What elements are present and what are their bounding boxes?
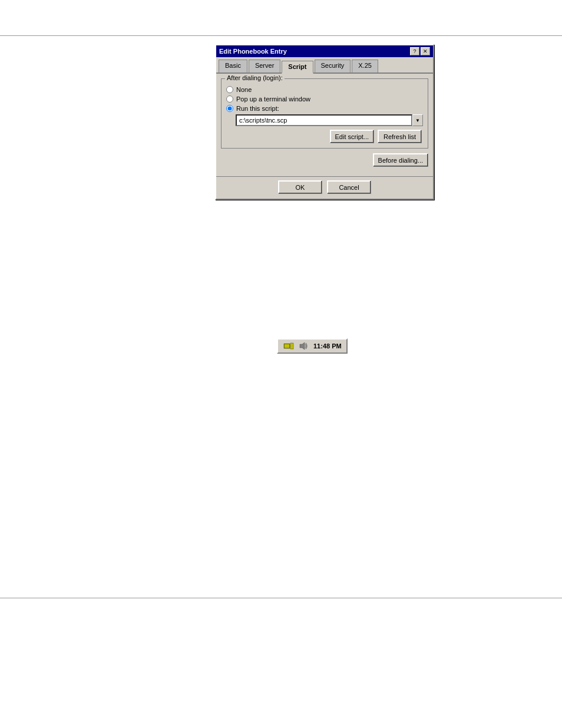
radio-row-none: None [226,86,423,93]
tab-security-label: Security [321,62,345,69]
tab-basic[interactable]: Basic [219,60,247,73]
svg-marker-3 [300,342,305,350]
svg-rect-1 [285,344,289,348]
group-box-legend: After dialing (login): [225,74,285,81]
radio-row-script: Run this script: [226,105,423,112]
help-button[interactable]: ? [410,47,419,55]
before-dialing-button[interactable]: Before dialing... [373,153,428,167]
tab-script[interactable]: Script [282,61,313,74]
tab-x25[interactable]: X.25 [352,60,378,73]
tab-x25-label: X.25 [358,62,372,69]
tab-script-label: Script [288,63,306,70]
network-tray-icon [283,341,295,351]
network-icon-svg [283,342,294,350]
before-dialing-row: Before dialing... [221,153,428,167]
script-input[interactable] [236,114,412,126]
edit-script-button[interactable]: Edit script... [330,130,374,143]
speaker-icon-svg [299,342,309,350]
radio-row-terminal: Pop up a terminal window [226,95,423,103]
taskbar-notification-area: 11:48 PM [277,338,348,354]
ok-button[interactable]: OK [278,180,322,194]
dialog-title-bar: Edit Phonebook Entry ? ✕ [216,45,433,57]
tab-security[interactable]: Security [315,60,351,73]
radio-terminal[interactable] [226,95,233,103]
bottom-divider-line [0,598,562,598]
after-dialing-group: After dialing (login): None Pop up a ter… [221,78,428,149]
dialog-content: After dialing (login): None Pop up a ter… [216,74,433,176]
group-box-inner: None Pop up a terminal window Run this s… [226,86,423,143]
dialog-footer: OK Cancel [216,176,433,199]
radio-none-label: None [236,86,252,93]
cancel-button[interactable]: Cancel [327,180,371,194]
tab-server[interactable]: Server [249,60,280,73]
top-divider-line [0,35,562,36]
speaker-tray-icon [298,341,310,351]
svg-rect-2 [290,343,293,349]
close-button[interactable]: ✕ [421,47,430,55]
tab-server-label: Server [255,62,274,69]
tab-basic-label: Basic [225,62,241,69]
dialog-title: Edit Phonebook Entry [219,48,287,55]
tab-bar: Basic Server Script Security X.25 [216,57,433,74]
radio-script-label: Run this script: [236,105,279,112]
script-dropdown-arrow[interactable]: ▼ [412,114,423,126]
script-buttons-row: Edit script... Refresh list [226,130,423,143]
refresh-list-button[interactable]: Refresh list [378,130,422,143]
system-time: 11:48 PM [313,342,342,350]
radio-terminal-label: Pop up a terminal window [236,95,310,103]
title-bar-buttons: ? ✕ [410,47,430,55]
radio-script[interactable] [226,105,233,112]
radio-none[interactable] [226,86,233,93]
script-dropdown-container: ▼ [226,114,423,126]
edit-phonebook-dialog: Edit Phonebook Entry ? ✕ Basic Server Sc… [215,44,434,200]
